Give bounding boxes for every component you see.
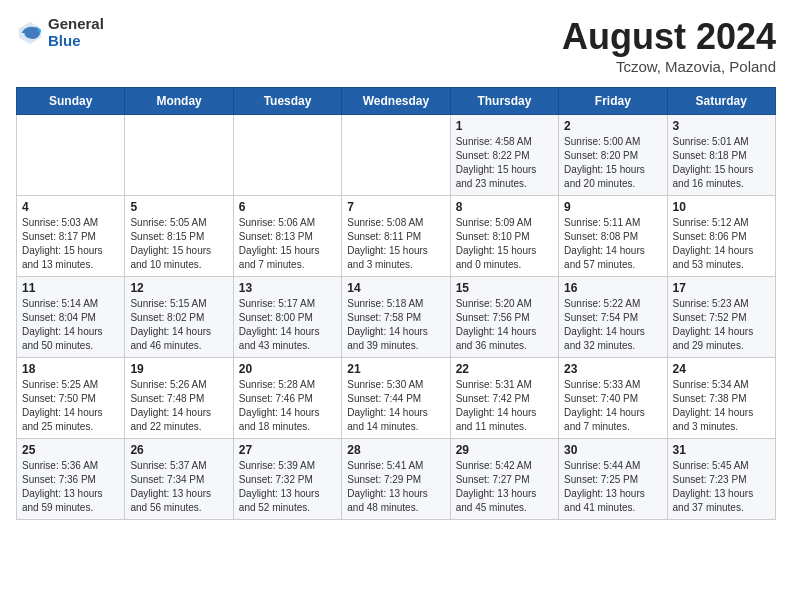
calendar-cell: 18Sunrise: 5:25 AM Sunset: 7:50 PM Dayli… [17,358,125,439]
day-number: 17 [673,281,770,295]
weekday-header-sunday: Sunday [17,88,125,115]
page-header: General Blue August 2024 Tczow, Mazovia,… [16,16,776,75]
day-number: 18 [22,362,119,376]
day-number: 14 [347,281,444,295]
day-number: 15 [456,281,553,295]
logo-text: General Blue [48,16,104,49]
day-content: Sunrise: 5:06 AM Sunset: 8:13 PM Dayligh… [239,216,336,272]
calendar-table: SundayMondayTuesdayWednesdayThursdayFrid… [16,87,776,520]
calendar-cell: 9Sunrise: 5:11 AM Sunset: 8:08 PM Daylig… [559,196,667,277]
calendar-cell: 6Sunrise: 5:06 AM Sunset: 8:13 PM Daylig… [233,196,341,277]
logo-general: General [48,16,104,33]
day-number: 6 [239,200,336,214]
day-content: Sunrise: 5:17 AM Sunset: 8:00 PM Dayligh… [239,297,336,353]
calendar-cell: 28Sunrise: 5:41 AM Sunset: 7:29 PM Dayli… [342,439,450,520]
day-content: Sunrise: 5:09 AM Sunset: 8:10 PM Dayligh… [456,216,553,272]
calendar-cell: 10Sunrise: 5:12 AM Sunset: 8:06 PM Dayli… [667,196,775,277]
calendar-cell: 1Sunrise: 4:58 AM Sunset: 8:22 PM Daylig… [450,115,558,196]
day-number: 30 [564,443,661,457]
day-number: 22 [456,362,553,376]
day-content: Sunrise: 5:11 AM Sunset: 8:08 PM Dayligh… [564,216,661,272]
calendar-cell [233,115,341,196]
calendar-cell: 19Sunrise: 5:26 AM Sunset: 7:48 PM Dayli… [125,358,233,439]
calendar-cell: 26Sunrise: 5:37 AM Sunset: 7:34 PM Dayli… [125,439,233,520]
calendar-cell: 8Sunrise: 5:09 AM Sunset: 8:10 PM Daylig… [450,196,558,277]
day-content: Sunrise: 5:05 AM Sunset: 8:15 PM Dayligh… [130,216,227,272]
calendar-cell: 2Sunrise: 5:00 AM Sunset: 8:20 PM Daylig… [559,115,667,196]
day-number: 27 [239,443,336,457]
day-number: 21 [347,362,444,376]
weekday-header-wednesday: Wednesday [342,88,450,115]
day-number: 4 [22,200,119,214]
day-number: 13 [239,281,336,295]
day-number: 8 [456,200,553,214]
day-number: 20 [239,362,336,376]
calendar-cell [125,115,233,196]
logo-icon [16,19,44,47]
calendar-cell: 13Sunrise: 5:17 AM Sunset: 8:00 PM Dayli… [233,277,341,358]
day-content: Sunrise: 5:36 AM Sunset: 7:36 PM Dayligh… [22,459,119,515]
day-number: 9 [564,200,661,214]
calendar-cell [17,115,125,196]
calendar-cell: 7Sunrise: 5:08 AM Sunset: 8:11 PM Daylig… [342,196,450,277]
day-number: 16 [564,281,661,295]
day-content: Sunrise: 5:14 AM Sunset: 8:04 PM Dayligh… [22,297,119,353]
day-content: Sunrise: 5:42 AM Sunset: 7:27 PM Dayligh… [456,459,553,515]
calendar-cell: 15Sunrise: 5:20 AM Sunset: 7:56 PM Dayli… [450,277,558,358]
title-block: August 2024 Tczow, Mazovia, Poland [562,16,776,75]
calendar-week-row: 4Sunrise: 5:03 AM Sunset: 8:17 PM Daylig… [17,196,776,277]
calendar-cell: 17Sunrise: 5:23 AM Sunset: 7:52 PM Dayli… [667,277,775,358]
day-number: 11 [22,281,119,295]
day-content: Sunrise: 5:03 AM Sunset: 8:17 PM Dayligh… [22,216,119,272]
day-number: 29 [456,443,553,457]
logo-blue: Blue [48,33,104,50]
day-content: Sunrise: 5:34 AM Sunset: 7:38 PM Dayligh… [673,378,770,434]
calendar-week-row: 11Sunrise: 5:14 AM Sunset: 8:04 PM Dayli… [17,277,776,358]
day-content: Sunrise: 5:33 AM Sunset: 7:40 PM Dayligh… [564,378,661,434]
day-content: Sunrise: 5:23 AM Sunset: 7:52 PM Dayligh… [673,297,770,353]
day-number: 12 [130,281,227,295]
day-content: Sunrise: 5:08 AM Sunset: 8:11 PM Dayligh… [347,216,444,272]
day-content: Sunrise: 5:01 AM Sunset: 8:18 PM Dayligh… [673,135,770,191]
day-number: 5 [130,200,227,214]
calendar-cell: 27Sunrise: 5:39 AM Sunset: 7:32 PM Dayli… [233,439,341,520]
calendar-week-row: 1Sunrise: 4:58 AM Sunset: 8:22 PM Daylig… [17,115,776,196]
calendar-cell: 11Sunrise: 5:14 AM Sunset: 8:04 PM Dayli… [17,277,125,358]
calendar-cell [342,115,450,196]
day-number: 31 [673,443,770,457]
weekday-header-row: SundayMondayTuesdayWednesdayThursdayFrid… [17,88,776,115]
calendar-cell: 23Sunrise: 5:33 AM Sunset: 7:40 PM Dayli… [559,358,667,439]
day-content: Sunrise: 5:12 AM Sunset: 8:06 PM Dayligh… [673,216,770,272]
day-content: Sunrise: 5:39 AM Sunset: 7:32 PM Dayligh… [239,459,336,515]
day-content: Sunrise: 5:15 AM Sunset: 8:02 PM Dayligh… [130,297,227,353]
calendar-cell: 12Sunrise: 5:15 AM Sunset: 8:02 PM Dayli… [125,277,233,358]
weekday-header-friday: Friday [559,88,667,115]
day-content: Sunrise: 5:37 AM Sunset: 7:34 PM Dayligh… [130,459,227,515]
day-number: 25 [22,443,119,457]
day-content: Sunrise: 5:44 AM Sunset: 7:25 PM Dayligh… [564,459,661,515]
day-content: Sunrise: 5:18 AM Sunset: 7:58 PM Dayligh… [347,297,444,353]
day-number: 23 [564,362,661,376]
day-number: 19 [130,362,227,376]
calendar-cell: 21Sunrise: 5:30 AM Sunset: 7:44 PM Dayli… [342,358,450,439]
weekday-header-tuesday: Tuesday [233,88,341,115]
calendar-week-row: 25Sunrise: 5:36 AM Sunset: 7:36 PM Dayli… [17,439,776,520]
weekday-header-thursday: Thursday [450,88,558,115]
calendar-cell: 24Sunrise: 5:34 AM Sunset: 7:38 PM Dayli… [667,358,775,439]
day-content: Sunrise: 5:45 AM Sunset: 7:23 PM Dayligh… [673,459,770,515]
day-content: Sunrise: 5:20 AM Sunset: 7:56 PM Dayligh… [456,297,553,353]
day-number: 3 [673,119,770,133]
calendar-cell: 4Sunrise: 5:03 AM Sunset: 8:17 PM Daylig… [17,196,125,277]
day-content: Sunrise: 5:31 AM Sunset: 7:42 PM Dayligh… [456,378,553,434]
day-content: Sunrise: 5:00 AM Sunset: 8:20 PM Dayligh… [564,135,661,191]
month-year-title: August 2024 [562,16,776,58]
day-content: Sunrise: 4:58 AM Sunset: 8:22 PM Dayligh… [456,135,553,191]
calendar-cell: 31Sunrise: 5:45 AM Sunset: 7:23 PM Dayli… [667,439,775,520]
day-number: 26 [130,443,227,457]
calendar-cell: 25Sunrise: 5:36 AM Sunset: 7:36 PM Dayli… [17,439,125,520]
day-number: 28 [347,443,444,457]
location-subtitle: Tczow, Mazovia, Poland [562,58,776,75]
calendar-cell: 5Sunrise: 5:05 AM Sunset: 8:15 PM Daylig… [125,196,233,277]
logo: General Blue [16,16,104,49]
day-content: Sunrise: 5:28 AM Sunset: 7:46 PM Dayligh… [239,378,336,434]
